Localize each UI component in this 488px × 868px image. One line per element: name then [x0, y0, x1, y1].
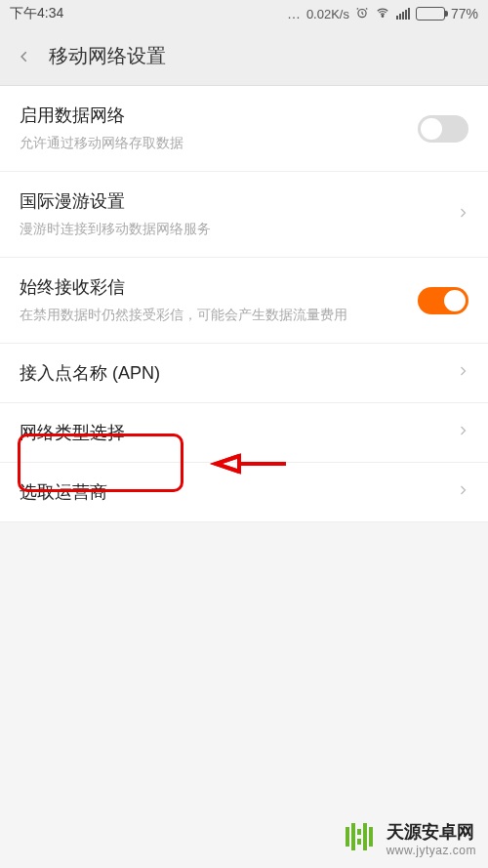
battery-icon [416, 7, 445, 21]
status-right: … 0.02K/s 77% [287, 6, 478, 22]
item-carrier[interactable]: 选取运营商 [0, 463, 488, 522]
wifi-icon [375, 6, 390, 22]
chevron-right-icon [457, 480, 468, 504]
svg-rect-7 [369, 827, 373, 847]
watermark: 天源安卓网 www.jytyaz.com [344, 819, 476, 858]
page-title: 移动网络设置 [49, 43, 166, 69]
svg-rect-5 [357, 839, 361, 845]
item-subtitle: 在禁用数据时仍然接受彩信，可能会产生数据流量费用 [20, 305, 371, 325]
svg-rect-6 [363, 823, 367, 850]
svg-rect-3 [351, 823, 355, 850]
status-time: 下午4:34 [10, 5, 63, 22]
page-header: 移动网络设置 [0, 27, 488, 86]
settings-list: 启用数据网络 允许通过移动网络存取数据 国际漫游设置 漫游时连接到移动数据网络服… [0, 86, 488, 522]
toggle-mms[interactable] [418, 287, 468, 314]
item-subtitle: 允许通过移动网络存取数据 [20, 133, 408, 153]
chevron-right-icon [457, 203, 468, 227]
svg-rect-4 [357, 829, 361, 835]
item-apn[interactable]: 接入点名称 (APN) [0, 344, 488, 403]
watermark-logo-icon [344, 819, 379, 858]
watermark-url: www.jytyaz.com [386, 844, 476, 857]
item-title: 选取运营商 [20, 480, 447, 504]
more-icon: … [287, 6, 301, 21]
item-title: 始终接收彩信 [20, 275, 408, 299]
item-enable-data[interactable]: 启用数据网络 允许通过移动网络存取数据 [0, 86, 488, 172]
network-speed: 0.02K/s [306, 7, 349, 21]
signal-icon [396, 8, 410, 20]
alarm-icon [355, 6, 369, 22]
toggle-enable-data[interactable] [418, 115, 468, 143]
item-mms[interactable]: 始终接收彩信 在禁用数据时仍然接受彩信，可能会产生数据流量费用 [0, 258, 488, 344]
item-roaming[interactable]: 国际漫游设置 漫游时连接到移动数据网络服务 [0, 172, 488, 258]
chevron-right-icon [457, 421, 468, 444]
status-bar: 下午4:34 … 0.02K/s 77% [0, 0, 488, 27]
item-title: 启用数据网络 [20, 103, 408, 127]
item-title: 接入点名称 (APN) [20, 361, 447, 385]
svg-point-1 [382, 15, 384, 17]
battery-percent: 77% [451, 6, 478, 21]
chevron-right-icon [457, 361, 468, 385]
svg-rect-2 [346, 827, 349, 847]
item-subtitle: 漫游时连接到移动数据网络服务 [20, 219, 447, 239]
item-network-type[interactable]: 网络类型选择 [0, 403, 488, 463]
back-button[interactable] [10, 46, 39, 67]
item-title: 网络类型选择 [20, 421, 447, 444]
watermark-title: 天源安卓网 [386, 820, 476, 844]
item-title: 国际漫游设置 [20, 189, 447, 213]
